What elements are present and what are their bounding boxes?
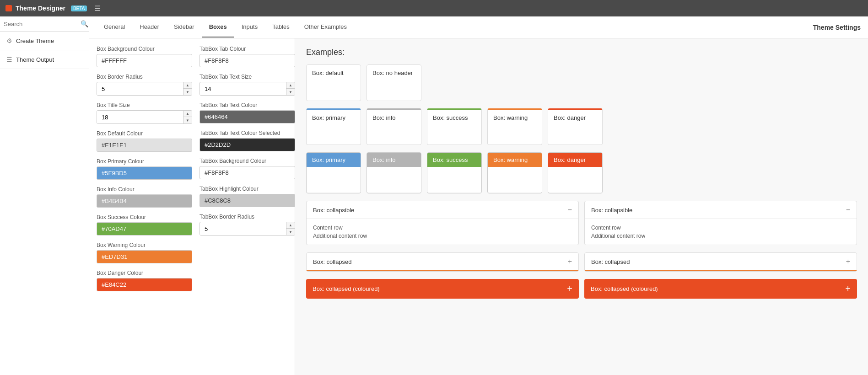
list-icon: ☰ — [6, 56, 12, 63]
box-col-danger: Box: danger — [548, 152, 603, 193]
label-box-warning-colour: Box Warning Colour — [97, 242, 192, 248]
spinner-down-box-title-size[interactable]: ▼ — [183, 117, 192, 123]
box-noheader-label: Box: no header — [372, 70, 413, 76]
tab-inputs[interactable]: Inputs — [234, 17, 265, 38]
search-icon[interactable]: 🔍 — [81, 20, 88, 27]
spinners-tabbox-tab-text-size: ▲ ▼ — [286, 82, 295, 95]
box-col-primary-header: Box: primary — [307, 153, 361, 167]
input-box-danger-colour[interactable] — [97, 278, 192, 291]
spinner-down-tabbox-border-radius[interactable]: ▼ — [286, 229, 295, 235]
box-noheader: Box: no header — [367, 64, 421, 101]
box-collapsed-2-toggle[interactable]: + — [846, 257, 850, 266]
input-box-info-colour[interactable] — [97, 194, 192, 208]
field-box-bg-colour: Box Background Colour — [97, 46, 192, 67]
spinner-up-tabbox-tab-text-size[interactable]: ▲ — [286, 82, 295, 89]
tab-other-examples[interactable]: Other Examples — [297, 17, 354, 38]
label-tabbox-bg-colour: TabBox Background Colour — [199, 158, 295, 164]
examples-row4: Box: collapsible − Content row Additiona… — [306, 201, 857, 245]
box-collapsed-1-toggle[interactable]: + — [568, 257, 572, 266]
box-collapsible-1-title: Box: collapsible — [313, 207, 354, 214]
label-box-success-colour: Box Success Colour — [97, 214, 192, 220]
examples-grid: Box: default Box: no header Box: primary… — [306, 64, 857, 299]
box-collapsed-coloured-1: Box: collapsed (coloured) + — [306, 279, 579, 299]
box-collapsible-1-toggle[interactable]: − — [568, 206, 572, 214]
input-tabbox-tab-text-size-wrapper: ▲ ▼ — [199, 82, 295, 96]
tab-general[interactable]: General — [97, 17, 132, 38]
box-collapsible-2: Box: collapsible − Content row Additiona… — [584, 201, 857, 245]
box-primary-label: Box: primary — [312, 114, 345, 121]
box-danger-label: Box: danger — [554, 114, 586, 121]
menu-icon[interactable]: ☰ — [94, 4, 101, 13]
box-success-label: Box: success — [433, 114, 468, 121]
input-tabbox-tab-text-size[interactable] — [200, 83, 286, 95]
input-box-bg-colour[interactable] — [97, 54, 192, 67]
input-box-primary-colour[interactable] — [97, 166, 192, 180]
box-collapsible-1-body: Content row Additional content row — [307, 219, 578, 245]
input-tabbox-highlight-colour[interactable] — [199, 194, 295, 207]
input-tabbox-tab-text-colour[interactable] — [199, 110, 295, 123]
search-input[interactable] — [4, 21, 81, 27]
box-collapsed-coloured-2-toggle[interactable]: + — [845, 284, 851, 294]
input-box-success-colour[interactable] — [97, 222, 192, 236]
beta-badge: BETA — [71, 5, 87, 11]
box-default-label: Box: default — [312, 70, 344, 76]
sidebar-item-theme-output[interactable]: ☰ Theme Output — [0, 50, 89, 69]
box-danger: Box: danger — [548, 108, 603, 145]
spinner-down-box-border-radius[interactable]: ▼ — [183, 89, 192, 95]
box-collapsed-2: Box: collapsed + — [584, 252, 857, 272]
box-collapsed-coloured-1-label: Box: collapsed (coloured) — [313, 285, 380, 292]
spinner-down-tabbox-tab-text-size[interactable]: ▼ — [286, 89, 295, 95]
box-col-success-header: Box: success — [427, 153, 481, 167]
box-collapsed-1-title: Box: collapsed — [313, 258, 352, 265]
examples-panel: Examples: Box: default Box: no header — [295, 38, 868, 375]
field-box-border-radius: Box Border Radius ▲ ▼ — [97, 74, 192, 96]
app-title: Theme Designer — [16, 5, 65, 12]
form-panel: Box Background Colour Box Border Radius … — [89, 38, 295, 375]
box-collapsed-coloured-1-toggle[interactable]: + — [567, 284, 572, 294]
label-box-title-size: Box Title Size — [97, 102, 192, 108]
examples-row5: Box: collapsed + Box: collapsed + — [306, 252, 857, 272]
sidebar-item-label: Create Theme — [16, 38, 54, 44]
label-tabbox-tab-colour: TabBox Tab Colour — [199, 46, 295, 52]
label-tabbox-tab-text-colour: TabBox Tab Text Colour — [199, 102, 295, 108]
input-box-title-size[interactable] — [97, 111, 183, 123]
box-col-info: Box: info — [367, 152, 421, 193]
sidebar-item-create-theme[interactable]: ⚙ Create Theme — [0, 32, 89, 50]
spinner-up-tabbox-border-radius[interactable]: ▲ — [286, 222, 295, 229]
input-tabbox-border-radius[interactable] — [200, 223, 286, 235]
field-box-success-colour: Box Success Colour — [97, 214, 192, 236]
tab-boxes[interactable]: Boxes — [202, 17, 234, 38]
tabbar: General Header Sidebar Boxes Inputs Tabl… — [89, 16, 868, 38]
tab-header[interactable]: Header — [132, 17, 167, 38]
input-tabbox-bg-colour[interactable] — [199, 166, 295, 179]
label-box-default-colour: Box Default Colour — [97, 130, 192, 137]
box-collapsible-2-header: Box: collapsible − — [585, 201, 857, 219]
input-tabbox-tab-text-colour-selected[interactable] — [199, 138, 295, 151]
field-box-primary-colour: Box Primary Colour — [97, 158, 192, 180]
spinners-tabbox-border-radius: ▲ ▼ — [286, 222, 295, 235]
tab-tables[interactable]: Tables — [265, 17, 297, 38]
input-box-default-colour[interactable] — [97, 139, 192, 152]
spinner-up-box-title-size[interactable]: ▲ — [183, 111, 192, 117]
box-collapsible-1: Box: collapsible − Content row Additiona… — [306, 201, 579, 245]
examples-row2: Box: primary Box: info Box: success Box:… — [306, 108, 857, 145]
sidebar-item-label: Theme Output — [16, 56, 54, 63]
box-collapsible-2-toggle[interactable]: − — [846, 206, 850, 214]
box-collapsed-1-header: Box: collapsed + — [307, 253, 578, 271]
tab-sidebar[interactable]: Sidebar — [167, 17, 202, 38]
input-box-border-radius[interactable] — [97, 83, 183, 95]
field-tabbox-highlight-colour: TabBox Highlight Colour — [199, 186, 295, 207]
field-box-danger-colour: Box Danger Colour — [97, 270, 192, 291]
search-bar: 🔍 — [0, 16, 89, 32]
box-collapsible-2-row1: Content row — [591, 224, 850, 232]
input-tabbox-tab-colour[interactable] — [199, 54, 295, 67]
spinners-box-border-radius: ▲ ▼ — [183, 82, 192, 95]
box-warning-label: Box: warning — [493, 114, 528, 121]
app-logo — [5, 5, 12, 11]
spinner-up-box-border-radius[interactable]: ▲ — [183, 82, 192, 89]
input-box-warning-colour[interactable] — [97, 250, 192, 263]
examples-title: Examples: — [306, 48, 857, 57]
box-col-primary: Box: primary — [306, 152, 361, 193]
box-col-info-body — [367, 167, 421, 192]
label-box-border-radius: Box Border Radius — [97, 74, 192, 80]
